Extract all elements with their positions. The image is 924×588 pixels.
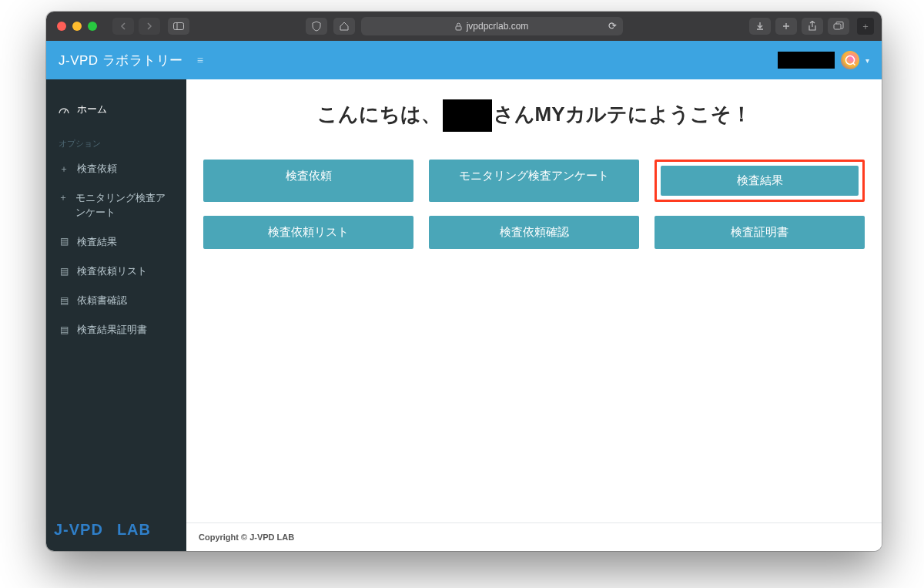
address-bar[interactable]: jvpdpcrlab.com ⟳ bbox=[361, 17, 623, 35]
sidebar-logo: J-VPDLAB bbox=[46, 512, 186, 551]
highlight-frame: 検査結果 bbox=[654, 160, 865, 202]
close-window-button[interactable] bbox=[57, 22, 66, 31]
dashboard-icon bbox=[59, 105, 69, 114]
avatar bbox=[841, 51, 859, 69]
btn-request-confirm[interactable]: 検査依頼確認 bbox=[429, 216, 639, 249]
sidebar-item-label: ホーム bbox=[77, 102, 107, 116]
chevron-down-icon: ▾ bbox=[865, 56, 869, 65]
list-icon: ▤ bbox=[59, 294, 69, 307]
svg-line-6 bbox=[64, 109, 66, 113]
sidebar-item-label: 検査結果証明書 bbox=[77, 323, 147, 337]
download-icon[interactable] bbox=[749, 18, 771, 35]
sidebar-item-results[interactable]: ▤ 検査結果 bbox=[46, 227, 186, 257]
app-title: J-VPD ラボラトリー bbox=[59, 52, 183, 69]
user-menu[interactable]: ▾ bbox=[778, 51, 869, 69]
sidebar-item-certificate[interactable]: ▤ 検査結果証明書 bbox=[46, 315, 186, 344]
btn-monitoring-survey[interactable]: モニタリング検査アンケート bbox=[429, 160, 639, 202]
plus-icon: ＋ bbox=[59, 191, 68, 204]
list-icon: ▤ bbox=[59, 324, 69, 337]
sidebar-item-label: 検査依頼リスト bbox=[77, 264, 147, 278]
lock-icon bbox=[455, 22, 462, 31]
sidebar-item-request-list[interactable]: ▤ 検査依頼リスト bbox=[46, 257, 186, 286]
window-controls bbox=[46, 22, 108, 31]
sidebar-item-label: 検査依頼 bbox=[77, 162, 117, 176]
home-icon[interactable] bbox=[333, 18, 355, 35]
sidebar-item-confirm[interactable]: ▤ 依頼書確認 bbox=[46, 286, 186, 315]
svg-rect-3 bbox=[834, 24, 841, 29]
btn-certificate[interactable]: 検査証明書 bbox=[654, 216, 865, 249]
tabs-icon[interactable] bbox=[828, 18, 849, 35]
user-name-redacted bbox=[778, 52, 835, 69]
user-name-redacted bbox=[443, 99, 492, 132]
svg-rect-2 bbox=[456, 26, 461, 30]
btn-inspection-results[interactable]: 検査結果 bbox=[661, 166, 859, 196]
list-icon: ▤ bbox=[59, 235, 69, 248]
sidebar: ホーム オプション ＋ 検査依頼 ＋ モニタリング検査アンケート ▤ bbox=[46, 79, 186, 551]
app-header: J-VPD ラボラトリー ≡ ▾ bbox=[46, 41, 882, 79]
url-text: jvpdpcrlab.com bbox=[467, 21, 529, 32]
new-tab-plus-icon[interactable] bbox=[775, 18, 797, 35]
maximize-window-button[interactable] bbox=[88, 22, 97, 31]
svg-point-4 bbox=[846, 56, 855, 65]
menu-toggle-icon[interactable]: ≡ bbox=[197, 54, 204, 66]
svg-line-5 bbox=[853, 63, 855, 66]
main-content: こんにちは、さんMYカルテにようこそ！ 検査依頼 モニタリング検査アンケート 検… bbox=[186, 79, 882, 522]
sidebar-item-label: 検査結果 bbox=[77, 235, 117, 249]
sidebar-toggle-button[interactable] bbox=[168, 18, 189, 35]
greeting: こんにちは、さんMYカルテにようこそ！ bbox=[203, 99, 865, 132]
sidebar-item-request[interactable]: ＋ 検査依頼 bbox=[46, 154, 186, 183]
btn-inspection-request[interactable]: 検査依頼 bbox=[203, 160, 413, 202]
footer: Copyright © J-VPD LAB bbox=[186, 522, 882, 551]
minimize-window-button[interactable] bbox=[72, 22, 82, 31]
sidebar-item-label: 依頼書確認 bbox=[77, 294, 127, 307]
svg-rect-0 bbox=[174, 23, 184, 30]
add-tab-button[interactable]: ＋ bbox=[857, 18, 874, 35]
forward-button[interactable] bbox=[139, 18, 160, 35]
back-button[interactable] bbox=[112, 18, 134, 35]
shield-icon[interactable] bbox=[306, 18, 327, 35]
share-icon[interactable] bbox=[802, 18, 823, 35]
browser-toolbar: jvpdpcrlab.com ⟳ ＋ bbox=[46, 12, 882, 41]
btn-request-list[interactable]: 検査依頼リスト bbox=[203, 216, 413, 249]
reload-icon[interactable]: ⟳ bbox=[608, 20, 617, 32]
plus-icon: ＋ bbox=[59, 163, 69, 176]
list-icon: ▤ bbox=[59, 265, 69, 278]
footer-text: Copyright © J-VPD LAB bbox=[199, 533, 294, 542]
sidebar-caption: オプション bbox=[46, 124, 186, 154]
sidebar-item-monitoring[interactable]: ＋ モニタリング検査アンケート bbox=[46, 183, 186, 227]
button-grid: 検査依頼 モニタリング検査アンケート 検査結果 検査依頼リスト 検査依頼確認 検… bbox=[203, 160, 865, 249]
sidebar-item-home[interactable]: ホーム bbox=[46, 95, 186, 124]
sidebar-item-label: モニタリング検査アンケート bbox=[75, 191, 174, 219]
browser-window: jvpdpcrlab.com ⟳ ＋ bbox=[46, 12, 882, 551]
